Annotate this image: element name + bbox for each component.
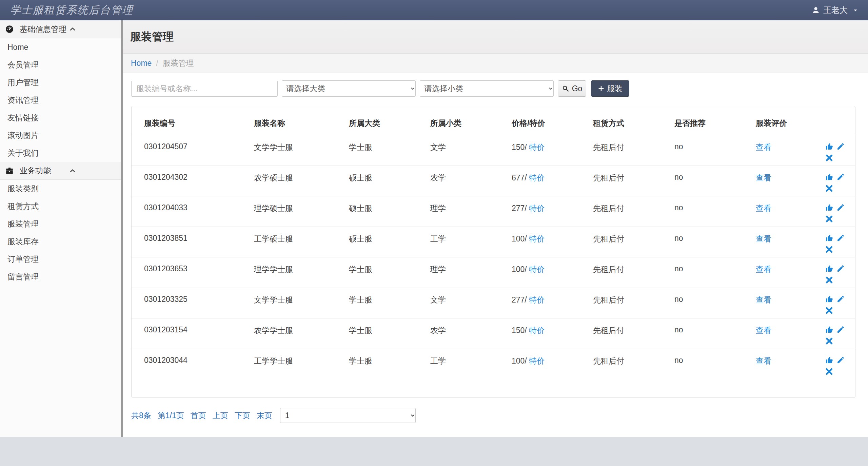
sidebar-item[interactable]: 租赁方式 xyxy=(0,197,121,215)
category-select[interactable]: 请选择大类 xyxy=(282,80,416,97)
clothing-name-cell: 理学硕士服 xyxy=(250,196,345,227)
sidebar-item[interactable]: 会员管理 xyxy=(0,56,121,74)
clothing-id-cell: 0301204302 xyxy=(132,166,250,196)
clothing-price-cell: 150/ 特价 xyxy=(508,318,589,349)
column-header: 是否推荐 xyxy=(670,110,752,135)
clothing-subcategory-cell: 理学 xyxy=(426,257,508,288)
special-price-link[interactable]: 特价 xyxy=(529,295,545,304)
thumbs-up-icon[interactable] xyxy=(825,234,833,242)
thumbs-up-icon[interactable] xyxy=(825,142,833,151)
page-number-select[interactable]: 1 xyxy=(280,408,416,423)
table-row: 0301203325 文学学士服 学士服 文学 277/ 特价 先租后付 no … xyxy=(132,288,855,318)
view-reviews-link[interactable]: 查看 xyxy=(756,326,771,335)
sidebar-item[interactable]: 滚动图片 xyxy=(0,127,121,144)
special-price-link[interactable]: 特价 xyxy=(529,326,545,335)
sidebar-section-header[interactable]: 业务功能 xyxy=(0,162,121,180)
delete-icon[interactable] xyxy=(825,215,833,223)
pagination-first-link[interactable]: 首页 xyxy=(191,410,206,421)
sidebar-section-label: 业务功能 xyxy=(20,166,51,176)
edit-icon[interactable] xyxy=(836,173,845,181)
sidebar-item[interactable]: 友情链接 xyxy=(0,109,121,127)
sidebar-item[interactable]: 关于我们 xyxy=(0,144,121,162)
delete-icon[interactable] xyxy=(825,245,833,254)
edit-icon[interactable] xyxy=(836,142,845,151)
delete-icon[interactable] xyxy=(825,154,833,162)
clothing-price-cell: 100/ 特价 xyxy=(508,349,589,380)
special-price-link[interactable]: 特价 xyxy=(529,173,545,182)
clothing-id-cell: 0301203325 xyxy=(132,288,250,318)
row-actions-cell xyxy=(816,196,855,227)
view-reviews-link[interactable]: 查看 xyxy=(756,356,771,365)
view-reviews-link[interactable]: 查看 xyxy=(756,295,771,304)
special-price-link[interactable]: 特价 xyxy=(529,356,545,365)
clothing-price-cell: 100/ 特价 xyxy=(508,227,589,257)
view-reviews-link[interactable]: 查看 xyxy=(756,204,771,213)
view-reviews-link[interactable]: 查看 xyxy=(756,173,771,182)
sidebar-item[interactable]: 服装库存 xyxy=(0,233,121,250)
special-price-link[interactable]: 特价 xyxy=(529,234,545,243)
view-reviews-link[interactable]: 查看 xyxy=(756,143,771,152)
thumbs-up-icon[interactable] xyxy=(825,295,833,303)
clothing-category-cell: 学士服 xyxy=(345,349,426,380)
clothing-name-cell: 文学学士服 xyxy=(250,135,345,166)
clothing-subcategory-cell: 农学 xyxy=(426,166,508,196)
rental-method-cell: 先租后付 xyxy=(589,318,670,349)
sidebar-section-header[interactable]: 基础信息管理 xyxy=(0,20,121,38)
thumbs-up-icon[interactable] xyxy=(825,173,833,181)
recommended-cell: no xyxy=(670,318,752,349)
table-row: 0301203653 理学学士服 学士服 理学 100/ 特价 先租后付 no … xyxy=(132,257,855,288)
edit-icon[interactable] xyxy=(836,295,845,303)
column-header: 所属小类 xyxy=(426,110,508,135)
clothing-price-cell: 677/ 特价 xyxy=(508,166,589,196)
pagination-last-link[interactable]: 末页 xyxy=(257,410,272,421)
subcategory-select[interactable]: 请选择小类 xyxy=(420,80,554,97)
pagination-page-info: 第1/1页 xyxy=(158,410,184,421)
user-menu[interactable]: 王老大 xyxy=(812,5,859,16)
search-input[interactable] xyxy=(131,81,278,97)
clothing-name-cell: 文学学士服 xyxy=(250,288,345,318)
delete-icon[interactable] xyxy=(825,367,833,376)
thumbs-up-icon[interactable] xyxy=(825,325,833,334)
special-price-link[interactable]: 特价 xyxy=(529,143,545,152)
edit-icon[interactable] xyxy=(836,203,845,212)
sidebar-item[interactable]: 用户管理 xyxy=(0,74,121,91)
delete-icon[interactable] xyxy=(825,276,833,284)
sidebar-item[interactable]: 服装管理 xyxy=(0,215,121,233)
special-price-link[interactable]: 特价 xyxy=(529,204,545,213)
sidebar-item[interactable]: 服装类别 xyxy=(0,180,121,197)
edit-icon[interactable] xyxy=(836,234,845,242)
clothing-category-cell: 硕士服 xyxy=(345,166,426,196)
delete-icon[interactable] xyxy=(825,184,833,193)
edit-icon[interactable] xyxy=(836,264,845,273)
edit-icon[interactable] xyxy=(836,356,845,364)
special-price-link[interactable]: 特价 xyxy=(529,265,545,274)
row-actions-cell xyxy=(816,227,855,257)
recommended-cell: no xyxy=(670,196,752,227)
column-header: 服装评价 xyxy=(752,110,816,135)
view-reviews-link[interactable]: 查看 xyxy=(756,234,771,243)
pagination-next-link[interactable]: 下页 xyxy=(235,410,250,421)
delete-icon[interactable] xyxy=(825,337,833,345)
caret-down-icon xyxy=(852,7,859,13)
go-button[interactable]: Go xyxy=(558,80,586,97)
search-icon xyxy=(562,85,569,92)
clothing-id-cell: 0301204507 xyxy=(132,135,250,166)
thumbs-up-icon[interactable] xyxy=(825,203,833,212)
pagination-prev-link[interactable]: 上页 xyxy=(213,410,228,421)
view-reviews-link[interactable]: 查看 xyxy=(756,265,771,274)
sidebar-item[interactable]: 订单管理 xyxy=(0,250,121,268)
thumbs-up-icon[interactable] xyxy=(825,264,833,273)
pagination-bar: 共8条 第1/1页 首页 上页 下页 末页 1 xyxy=(131,408,855,423)
clothing-name-cell: 理学学士服 xyxy=(250,257,345,288)
thumbs-up-icon[interactable] xyxy=(825,356,833,364)
review-cell: 查看 xyxy=(752,135,816,166)
sidebar-item[interactable]: Home xyxy=(0,38,121,56)
sidebar-item[interactable]: 资讯管理 xyxy=(0,91,121,109)
add-clothing-button[interactable]: 服装 xyxy=(591,80,629,97)
rental-method-cell: 先租后付 xyxy=(589,166,670,196)
breadcrumb-home-link[interactable]: Home xyxy=(131,59,152,68)
edit-icon[interactable] xyxy=(836,325,845,334)
delete-icon[interactable] xyxy=(825,306,833,315)
review-cell: 查看 xyxy=(752,196,816,227)
sidebar-item[interactable]: 留言管理 xyxy=(0,268,121,286)
